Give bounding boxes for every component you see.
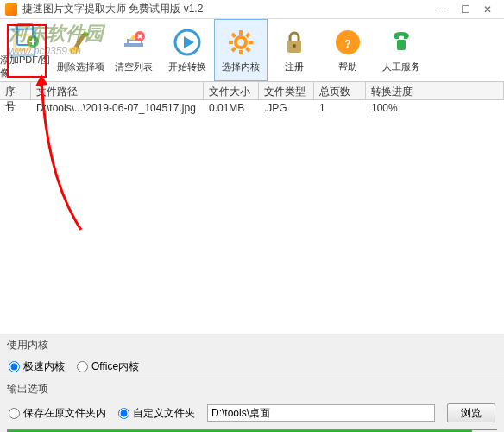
fast-core-label: 极速内核	[23, 359, 65, 374]
core-label: 选择内核	[222, 60, 260, 73]
phone-icon	[387, 28, 416, 57]
cell-type: .JPG	[259, 101, 314, 115]
title-bar: 捷速图片文字提取大师 免费试用版 v1.2 — ☐ ✕	[0, 0, 504, 19]
col-progress[interactable]: 转换进度	[366, 82, 504, 99]
service-label: 人工服务	[382, 60, 420, 73]
clear-button[interactable]: 清空列表	[107, 19, 161, 81]
same-folder-label: 保存在原文件夹内	[23, 406, 106, 421]
svg-rect-4	[124, 43, 143, 47]
browse-button[interactable]: 浏览	[447, 403, 495, 422]
custom-folder-option[interactable]: 自定义文件夹	[118, 406, 195, 421]
help-button[interactable]: ? 帮助	[321, 19, 375, 81]
toolbar: 河东软件园 www.pc0359.cn 添加PDF/图像 删除选择项 清空列表 …	[0, 19, 504, 81]
cell-size: 0.01MB	[204, 101, 259, 115]
start-label: 开始转换	[168, 60, 206, 73]
cell-path: D:\tools\...\2019-06-07_104517.jpg	[31, 101, 204, 115]
add-file-icon	[12, 21, 41, 50]
svg-point-7	[236, 37, 246, 48]
maximize-button[interactable]: ☐	[454, 0, 476, 19]
table-header: 序号 文件路径 文件大小 文件类型 总页数 转换进度	[0, 81, 504, 100]
col-index[interactable]: 序号	[0, 82, 31, 99]
brush-icon	[66, 28, 95, 57]
office-core-radio[interactable]	[77, 361, 88, 372]
col-pages[interactable]: 总页数	[314, 82, 366, 99]
same-folder-radio[interactable]	[9, 408, 20, 419]
help-label: 帮助	[338, 60, 357, 73]
add-file-label: 添加PDF/图像	[0, 54, 54, 79]
minimize-button[interactable]: —	[432, 0, 454, 19]
clear-label: 清空列表	[115, 60, 153, 73]
custom-folder-label: 自定义文件夹	[133, 406, 195, 421]
start-button[interactable]: 开始转换	[161, 19, 214, 81]
svg-point-2	[69, 47, 79, 54]
register-label: 注册	[285, 60, 304, 73]
register-button[interactable]: 注册	[268, 19, 321, 81]
app-icon	[5, 3, 17, 16]
service-button[interactable]: 人工服务	[375, 19, 428, 81]
fast-core-option[interactable]: 极速内核	[9, 359, 65, 374]
svg-rect-12	[397, 40, 406, 50]
custom-folder-radio[interactable]	[118, 408, 129, 419]
delete-label: 删除选择项	[57, 60, 104, 73]
help-icon: ?	[333, 28, 362, 57]
core-radio-row: 极速内核 Office内核	[0, 356, 504, 378]
output-section-label: 输出选项	[0, 378, 504, 400]
table-body[interactable]: 1 D:\tools\...\2019-06-07_104517.jpg 0.0…	[0, 100, 504, 334]
clear-icon	[119, 28, 148, 57]
cell-progress: 100%	[366, 101, 504, 115]
table-row[interactable]: 1 D:\tools\...\2019-06-07_104517.jpg 0.0…	[0, 100, 504, 116]
office-core-option[interactable]: Office内核	[77, 359, 139, 374]
lock-icon	[280, 28, 309, 57]
delete-button[interactable]: 删除选择项	[54, 19, 107, 81]
svg-text:?: ?	[344, 38, 350, 50]
col-path[interactable]: 文件路径	[31, 82, 204, 99]
play-icon	[173, 28, 202, 57]
close-button[interactable]: ✕	[476, 0, 499, 19]
office-core-label: Office内核	[91, 359, 139, 374]
fast-core-radio[interactable]	[9, 361, 20, 372]
window-title: 捷速图片文字提取大师 免费试用版 v1.2	[22, 2, 432, 16]
add-file-button[interactable]: 添加PDF/图像	[0, 19, 54, 81]
output-path-input[interactable]	[207, 404, 435, 422]
gear-icon	[226, 28, 255, 57]
same-folder-option[interactable]: 保存在原文件夹内	[9, 406, 106, 421]
output-row: 保存在原文件夹内 自定义文件夹 浏览	[0, 400, 504, 426]
col-type[interactable]: 文件类型	[259, 82, 314, 99]
select-core-button[interactable]: 选择内核	[214, 19, 268, 81]
col-size[interactable]: 文件大小	[204, 82, 259, 99]
cell-index: 1	[0, 101, 31, 115]
core-section-label: 使用内核	[0, 334, 504, 356]
cell-pages: 1	[314, 101, 366, 115]
svg-point-9	[293, 44, 296, 48]
